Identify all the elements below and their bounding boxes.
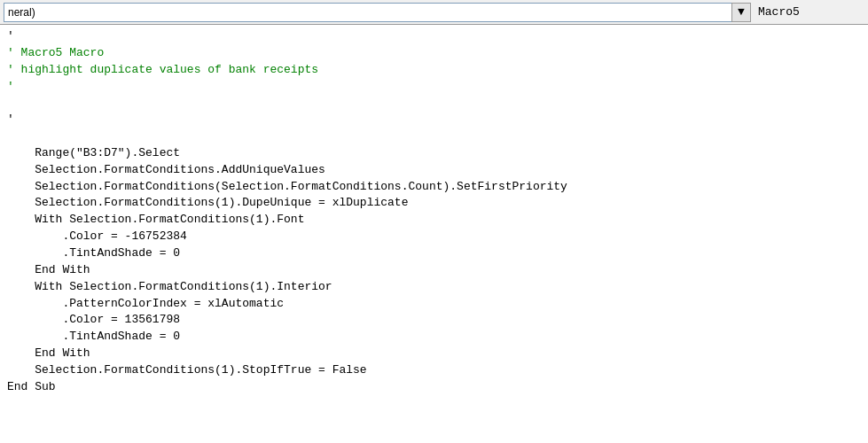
code-editor[interactable]: '' Macro5 Macro' highlight duplicate val… [0,25,868,443]
code-line: End Sub [0,379,868,396]
code-line: .PatternColorIndex = xlAutomatic [0,296,868,313]
module-dropdown[interactable] [4,3,732,22]
code-line: ' [0,28,868,45]
code-line: ' highlight duplicate values of bank rec… [0,62,868,79]
code-line: ' [0,79,868,96]
code-line: ' [0,112,868,128]
code-line: With Selection.FormatConditions(1).Inter… [0,279,868,296]
code-line: .TintAndShade = 0 [0,329,868,346]
code-line: ' Macro5 Macro [0,45,868,62]
toolbar: ▼ Macro5 [0,0,868,25]
code-line-empty [0,95,868,112]
code-line: Selection.FormatConditions(1).StopIfTrue… [0,362,868,379]
code-line: Selection.FormatConditions(1).DupeUnique… [0,195,868,212]
code-line: End With [0,262,868,279]
chevron-down-icon: ▼ [738,5,745,19]
code-line: End With [0,346,868,362]
code-line: Selection.FormatConditions(Selection.For… [0,179,868,196]
dropdown-arrow[interactable]: ▼ [731,3,751,22]
code-line-empty [0,128,868,145]
code-line: .Color = 13561798 [0,312,868,329]
code-line: .Color = -16752384 [0,229,868,245]
code-line: With Selection.FormatConditions(1).Font [0,212,868,229]
code-line: .TintAndShade = 0 [0,245,868,262]
macro-name-label: Macro5 [758,5,864,19]
code-line: Range("B3:D7").Select [0,145,868,162]
code-line: Selection.FormatConditions.AddUniqueValu… [0,162,868,179]
